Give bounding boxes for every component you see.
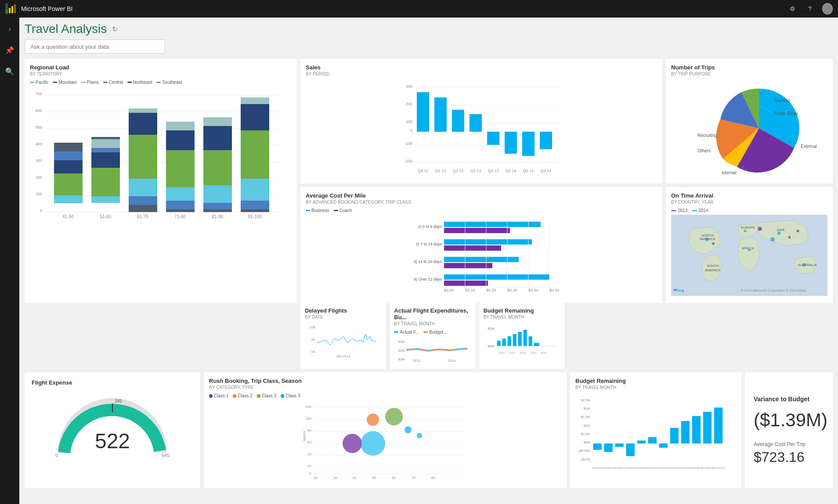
legend-mountain: Mountain <box>53 80 76 85</box>
trips-pie-chart: Training Trade Show Recruiting Others In… <box>671 80 829 176</box>
svg-text:20: 20 <box>314 476 318 480</box>
actual-flight-chart: $4M $2M $0M 2012 2014 <box>394 336 471 363</box>
svg-rect-216 <box>615 443 624 447</box>
on-time-legend: 2013 2014 <box>671 208 827 213</box>
svg-text:700: 700 <box>36 92 42 96</box>
svg-rect-2 <box>11 6 13 13</box>
regional-load-legend: Pacific Mountain Plains Central Northeas… <box>30 80 292 85</box>
svg-rect-79 <box>487 132 499 145</box>
avg-cost-value: $723.16 <box>754 449 824 465</box>
svg-text:200: 200 <box>406 102 412 106</box>
svg-text:AFRICA: AFRICA <box>742 246 755 250</box>
svg-rect-52 <box>241 97 269 104</box>
svg-rect-113 <box>444 263 492 268</box>
svg-text:600: 600 <box>36 108 42 113</box>
qa-search-input[interactable] <box>25 40 165 54</box>
svg-rect-215 <box>604 443 612 452</box>
avg-cost-legend: Business Coach <box>306 208 657 213</box>
svg-text:$0.00: $0.00 <box>444 288 454 292</box>
expand-icon[interactable]: › <box>3 22 17 36</box>
svg-text:70: 70 <box>412 476 415 480</box>
svg-point-192 <box>367 414 379 426</box>
regional-load-subtitle: BY TERRITORY <box>30 72 292 76</box>
svg-text:4/1/2014: 4/1/2014 <box>625 466 636 469</box>
svg-text:80: 80 <box>431 476 435 480</box>
budget-remaining-small-card: Budget Remaining BY TRAVEL MONTH $2M $0M… <box>479 303 565 369</box>
svg-rect-35 <box>129 135 157 179</box>
svg-rect-38 <box>129 205 157 212</box>
svg-rect-220 <box>659 443 668 448</box>
search-sidebar-icon[interactable]: 🔍 <box>3 64 17 78</box>
legend-class2: Class 2 <box>233 393 252 398</box>
legend-class3a: Class 3 <box>257 393 276 398</box>
svg-text:($1M): ($1M) <box>582 457 591 461</box>
sales-subtitle: BY PERIOD <box>306 72 657 76</box>
svg-rect-32 <box>91 137 120 139</box>
svg-rect-80 <box>505 132 517 154</box>
svg-rect-222 <box>681 421 690 443</box>
actual-flight-title: Actual Flight Expenditures, Bu... <box>394 307 471 320</box>
help-icon[interactable]: ? <box>805 4 815 14</box>
svg-rect-24 <box>54 195 83 203</box>
svg-point-194 <box>361 431 385 456</box>
svg-text:91-100: 91-100 <box>248 214 262 218</box>
svg-text:50: 50 <box>372 476 376 480</box>
budget-remaining-bottom-card: Budget Remaining BY TRAVEL MONTH $2.5M $… <box>570 372 741 488</box>
delayed-flights-card: Delayed Flights BY DATE 10K 5K 0K Jan 20… <box>300 303 386 369</box>
svg-text:© 2014 Microsoft Corporation  : © 2014 Microsoft Corporation © 2014 Noki… <box>741 288 807 292</box>
svg-text:SOUTH: SOUTH <box>707 264 719 268</box>
regional-load-title: Regional Load <box>30 64 292 71</box>
svg-rect-111 <box>444 228 510 233</box>
svg-rect-77 <box>452 110 464 132</box>
legend-actual: Actual F... <box>394 330 419 335</box>
variance-title: Variance to Budget <box>754 396 824 403</box>
sales-card: Sales BY PERIOD 300 200 100 0 -100 -200 <box>300 59 662 184</box>
actual-flight-legend: Actual F... Budget... <box>394 330 471 335</box>
svg-text:0: 0 <box>310 472 312 475</box>
svg-rect-51 <box>241 104 269 130</box>
page-header: Travel Analysis ↻ <box>25 22 833 36</box>
svg-text:$0M: $0M <box>584 440 590 444</box>
svg-rect-161 <box>502 338 506 346</box>
svg-rect-30 <box>91 196 120 203</box>
svg-rect-45 <box>203 126 232 150</box>
svg-text:$0.10: $0.10 <box>465 288 475 292</box>
svg-text:$0M: $0M <box>398 357 405 361</box>
svg-text:2/1/2014: 2/1/2014 <box>603 466 614 469</box>
svg-text:40: 40 <box>307 452 311 456</box>
svg-rect-224 <box>703 412 712 443</box>
legend-business: Business <box>306 208 329 213</box>
svg-text:10K: 10K <box>309 325 316 329</box>
svg-rect-26 <box>54 143 83 151</box>
svg-text:$1.5M: $1.5M <box>581 415 590 419</box>
svg-text:1/1/2014: 1/1/2014 <box>592 466 603 469</box>
svg-text:120: 120 <box>306 405 312 409</box>
svg-point-137 <box>797 230 799 232</box>
legend-budget: Budget... <box>423 330 447 335</box>
svg-rect-33 <box>129 113 157 135</box>
app-name: Microsoft Power BI <box>21 5 782 12</box>
user-icon[interactable] <box>822 4 833 14</box>
svg-point-134 <box>712 242 715 245</box>
svg-text:81-90: 81-90 <box>212 214 223 218</box>
svg-text:$0.20: $0.20 <box>486 288 496 292</box>
rush-booking-subtitle: BY CATEGORY, TYPE <box>209 385 561 390</box>
svg-rect-162 <box>507 336 511 346</box>
legend-2013: 2013 <box>671 208 687 213</box>
trips-title: Number of Trips <box>671 64 827 71</box>
pin-icon[interactable]: 📌 <box>3 43 17 57</box>
svg-rect-78 <box>470 114 482 132</box>
svg-text:11/1/2014: 11/1/2014 <box>701 466 714 469</box>
rush-booking-card: Rush Booking, Trip Class, Season BY CATE… <box>204 372 567 488</box>
svg-rect-55 <box>241 201 269 209</box>
svg-rect-221 <box>670 428 679 444</box>
settings-icon[interactable]: ⚙ <box>787 4 798 14</box>
refresh-icon[interactable]: ↻ <box>112 25 118 33</box>
svg-text:1) 0 to 6 days: 1) 0 to 6 days <box>418 224 442 229</box>
avg-cost-title: Average Cost Per Mile <box>306 192 657 199</box>
svg-rect-3 <box>14 4 16 13</box>
svg-rect-76 <box>434 97 447 132</box>
svg-rect-46 <box>203 117 232 126</box>
svg-point-130 <box>758 227 762 231</box>
budget-bottom-subtitle: BY TRAVEL MONTH <box>575 385 736 390</box>
